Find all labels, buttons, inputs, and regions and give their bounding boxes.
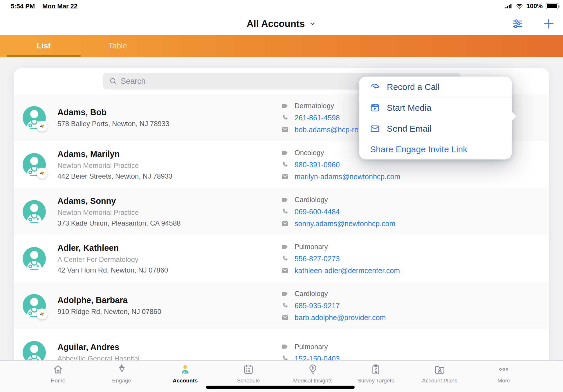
account-plans-icon: [434, 364, 445, 375]
account-address: 578 Bailey Ports, Newton, NJ 78933: [57, 120, 169, 128]
account-address: 42 Van Horn Rd, Newton, NJ 07860: [57, 266, 168, 274]
phone-icon: [281, 161, 289, 168]
account-name: Adler, Kathleen: [57, 243, 168, 253]
account-practice: A Center For Dermatology: [57, 255, 168, 264]
account-actions-popup: Record a CallStart MediaSend Email Share…: [359, 77, 512, 159]
account-phone-link[interactable]: 685-935-9217: [295, 302, 340, 310]
battery-percentage: 100%: [526, 2, 543, 10]
envelope-icon: [281, 173, 289, 180]
account-address: 442 Beier Streets, Newton, NJ 78933: [57, 172, 172, 180]
home-indicator[interactable]: [206, 386, 355, 389]
tab-table[interactable]: Table: [81, 35, 155, 57]
nav-item-schedule[interactable]: Schedule: [219, 364, 277, 384]
account-name: Aguilar, Andres: [57, 342, 140, 352]
account-row[interactable]: Adams, SonnyNewton Memorial Practice373 …: [14, 188, 549, 235]
survey-targets-icon: [370, 364, 382, 375]
nav-item-account-plans[interactable]: Account Plans: [411, 364, 469, 384]
battery-icon: [546, 3, 558, 9]
engage-badge-icon: [37, 308, 48, 320]
account-email-link[interactable]: kathleen-adler@dermcenter.com: [295, 266, 400, 275]
tag-icon: [281, 196, 289, 204]
envelope-icon: [370, 124, 380, 134]
home-icon: [52, 364, 64, 375]
avatar: [23, 200, 46, 223]
envelope-icon: [281, 314, 289, 321]
nav-item-survey-targets[interactable]: Survey Targets: [347, 364, 405, 384]
menu-item-send-email[interactable]: Send Email: [359, 118, 512, 139]
account-row[interactable]: Adolphe, Barbara910 Ridge Rd, Newton, NJ…: [14, 282, 549, 329]
wifi-icon: [515, 3, 524, 10]
account-name: Adams, Bob: [57, 108, 169, 117]
tag-icon: [281, 149, 289, 157]
account-name: Adams, Marilyn: [57, 149, 172, 159]
search-placeholder: Search: [121, 77, 146, 86]
account-practice: Newton Memorial Practice: [57, 161, 172, 170]
filter-sliders-icon[interactable]: [512, 18, 523, 29]
menu-item-record-a-call[interactable]: Record a Call: [359, 77, 512, 97]
search-icon: [109, 77, 117, 85]
account-address: 373 Kade Union, Pleasanton, CA 94588: [57, 219, 181, 227]
tag-icon: [281, 290, 289, 297]
page-title: All Accounts: [247, 18, 305, 29]
envelope-icon: [281, 126, 289, 133]
nav-item-medical-insights[interactable]: Medical Insights: [284, 364, 342, 384]
medical-insights-icon: [307, 364, 319, 375]
phone-icon: [281, 255, 289, 262]
engage-badge-icon: [37, 168, 48, 179]
cellular-signal-icon: [505, 3, 513, 10]
engage-badge-icon: [37, 121, 48, 132]
avatar: [23, 247, 46, 270]
avatar: [23, 294, 46, 317]
menu-item-share-engage-invite-link[interactable]: Share Engage Invite Link: [359, 139, 512, 159]
nav-item-accounts[interactable]: Accounts: [156, 364, 214, 384]
account-email-link[interactable]: barb.adolphe@provider.com: [295, 313, 386, 322]
envelope-icon: [281, 267, 289, 274]
phone-icon: [281, 114, 289, 121]
media-icon: [370, 103, 380, 113]
doctor-avatar-icon: [23, 200, 46, 223]
date: Mon Mar 22: [42, 3, 77, 10]
accounts-scope-dropdown[interactable]: All Accounts: [0, 13, 563, 35]
account-specialty: Dermatology: [295, 102, 334, 110]
account-email-link[interactable]: marilyn-adams@newtonhcp.com: [295, 173, 400, 181]
nav-item-home[interactable]: Home: [29, 364, 87, 384]
chevron-down-icon: [309, 20, 316, 28]
phone-icon: [281, 208, 289, 215]
accounts-icon: [179, 364, 191, 375]
list-table-tabbar: ListTable: [0, 35, 563, 57]
account-practice: Newton Memorial Practice: [57, 208, 181, 217]
account-phone-link[interactable]: 069-600-4484: [295, 208, 340, 216]
avatar: [23, 153, 46, 176]
account-specialty: Pulmonary: [295, 243, 328, 251]
tab-list[interactable]: List: [7, 35, 81, 57]
account-specialty: Cardiology: [295, 196, 328, 204]
account-phone-link[interactable]: 556-827-0273: [295, 255, 340, 263]
tag-icon: [281, 102, 289, 110]
account-specialty: Oncology: [295, 149, 324, 157]
account-address: 910 Ridge Rd, Newton, NJ 07860: [57, 308, 161, 316]
engage-icon: [116, 364, 127, 375]
account-row[interactable]: Adler, KathleenA Center For Dermatology4…: [14, 235, 549, 282]
account-phone-link[interactable]: 980-391-0960: [295, 161, 340, 169]
schedule-icon: [243, 364, 254, 375]
account-email-link[interactable]: sonny.adams@newtonhcp.com: [295, 219, 395, 228]
menu-item-start-media[interactable]: Start Media: [359, 97, 512, 118]
add-account-button[interactable]: [543, 18, 555, 30]
header: All Accounts: [0, 13, 563, 35]
handshake-icon: [370, 82, 380, 92]
nav-item-more[interactable]: More: [475, 364, 533, 384]
phone-icon: [281, 302, 289, 309]
more-icon: [498, 364, 510, 375]
account-name: Adams, Sonny: [57, 196, 181, 206]
account-specialty: Cardiology: [295, 290, 328, 298]
account-email-link[interactable]: bob.adams@hcp-reg: [295, 126, 362, 134]
doctor-avatar-icon: [23, 247, 46, 270]
tag-icon: [281, 343, 289, 351]
nav-item-engage[interactable]: Engage: [93, 364, 151, 384]
account-name: Adolphe, Barbara: [57, 295, 161, 305]
envelope-icon: [281, 220, 289, 227]
account-phone-link[interactable]: 261-861-4598: [295, 114, 340, 122]
status-bar: 5:54 PM Mon Mar 22 100%: [0, 0, 563, 13]
active-tab-underline: [7, 55, 81, 57]
account-specialty: Pulmonary: [295, 343, 328, 351]
